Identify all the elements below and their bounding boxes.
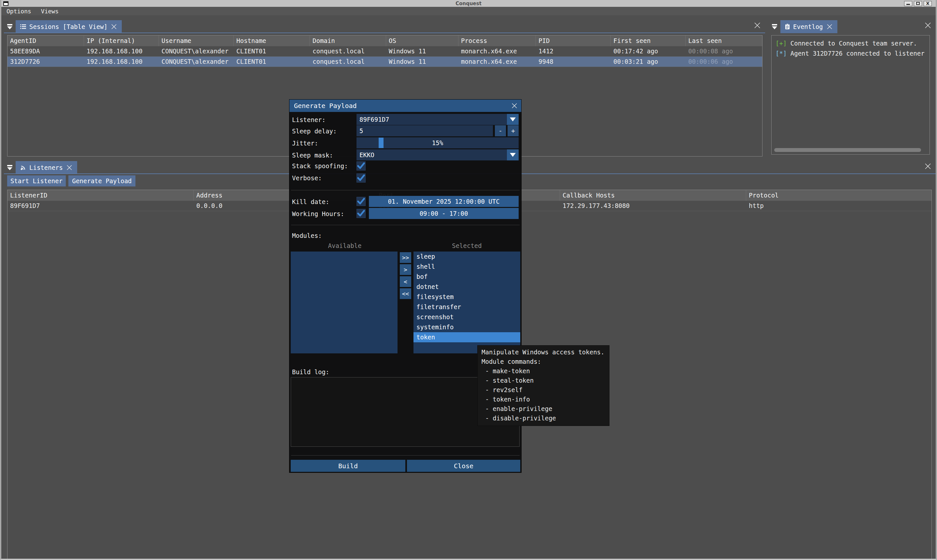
app-window: Conquest X Options Views Sessions [Table… bbox=[0, 0, 937, 560]
cell-pid: 1412 bbox=[536, 46, 611, 56]
module-item[interactable]: dotnet bbox=[413, 282, 520, 292]
module-item[interactable]: filetransfer bbox=[413, 302, 520, 312]
sleep-delay-label: Sleep delay: bbox=[292, 128, 337, 135]
signal-broadcast-icon bbox=[20, 165, 26, 171]
cell-listenerid: 89F691D7 bbox=[8, 201, 194, 211]
cell-process: monarch.x64.exe bbox=[458, 46, 536, 56]
jitter-slider-track[interactable]: 15% bbox=[356, 137, 519, 148]
module-item[interactable]: screenshot bbox=[413, 312, 520, 322]
module-item[interactable]: sleep bbox=[413, 252, 520, 262]
tab-listeners[interactable]: Listeners bbox=[15, 161, 77, 174]
sleep-delay-decrement-button[interactable]: - bbox=[495, 125, 506, 136]
available-header: Available bbox=[291, 242, 399, 249]
stack-spoofing-label: Stack spoofing: bbox=[292, 162, 348, 169]
kill-date-picker-button[interactable]: 01. November 2025 12:00:00 UTC bbox=[369, 196, 519, 207]
session-row-selected[interactable]: 312D7726 192.168.168.100 CONQUEST\alexan… bbox=[8, 57, 762, 67]
dropdown-arrow-button[interactable] bbox=[507, 149, 519, 160]
col-pid[interactable]: PID bbox=[536, 35, 611, 46]
cell-hostname: CLIENT01 bbox=[234, 57, 310, 67]
jitter-slider[interactable]: 15% bbox=[356, 137, 519, 148]
move-all-right-button[interactable]: >> bbox=[400, 252, 411, 263]
working-hours-picker-button[interactable]: 09:00 - 17:00 bbox=[369, 208, 519, 219]
col-first-seen[interactable]: First seen bbox=[611, 35, 686, 46]
verbose-checkbox[interactable] bbox=[356, 174, 365, 183]
move-all-left-button[interactable]: << bbox=[400, 288, 411, 299]
verbose-field bbox=[356, 174, 519, 185]
working-hours-checkbox[interactable] bbox=[356, 209, 365, 218]
info-marker: [*] bbox=[775, 50, 787, 57]
listener-dropdown[interactable]: 89F691D7 bbox=[356, 114, 519, 125]
module-item[interactable]: shell bbox=[413, 262, 520, 272]
col-callback-hosts[interactable]: Callback Hosts bbox=[560, 190, 746, 201]
checkmark-icon bbox=[357, 197, 365, 206]
col-last-seen[interactable]: Last seen bbox=[686, 35, 762, 46]
eventlog-tabbar: Eventlog bbox=[769, 19, 936, 33]
tab-sessions[interactable]: Sessions [Table View] bbox=[15, 20, 122, 33]
selected-modules-list[interactable]: sleep shell bof dotnet filesystem filetr… bbox=[413, 252, 520, 353]
menu-views[interactable]: Views bbox=[41, 8, 59, 15]
sessions-panel-close-button[interactable] bbox=[754, 22, 761, 31]
col-domain[interactable]: Domain bbox=[310, 35, 386, 46]
eventlog-entry: [+] Connected to Conquest team server. bbox=[775, 38, 926, 48]
cell-pid: 9948 bbox=[536, 57, 611, 67]
generate-payload-button[interactable]: Generate Payload bbox=[68, 175, 136, 186]
move-left-button[interactable]: < bbox=[400, 276, 411, 287]
os-titlebar: Conquest X bbox=[0, 0, 937, 7]
sleep-mask-dropdown-value: EKKO bbox=[356, 149, 507, 160]
collapse-chevron-icon bbox=[771, 24, 778, 29]
eventlog-collapse-button[interactable] bbox=[769, 20, 780, 33]
session-row[interactable]: 58EE89DA 192.168.168.100 CONQUEST\alexan… bbox=[8, 46, 762, 57]
tab-sessions-label: Sessions [Table View] bbox=[29, 23, 108, 30]
start-listener-button[interactable]: Start Listener bbox=[7, 175, 66, 186]
cell-agentid: 312D7726 bbox=[8, 57, 84, 67]
tab-eventlog[interactable]: Eventlog bbox=[780, 20, 837, 33]
tab-close-icon[interactable] bbox=[826, 23, 833, 30]
cell-protocol: http bbox=[746, 201, 931, 211]
tab-close-icon[interactable] bbox=[66, 164, 72, 171]
listeners-panel-close-button[interactable] bbox=[924, 162, 932, 171]
checkmark-icon bbox=[357, 209, 365, 218]
tab-close-icon[interactable] bbox=[111, 23, 117, 30]
stack-spoofing-field bbox=[356, 162, 519, 172]
dropdown-arrow-button[interactable] bbox=[507, 114, 519, 125]
col-agentid[interactable]: AgentID bbox=[8, 35, 84, 46]
sessions-collapse-button[interactable] bbox=[4, 20, 15, 33]
move-right-button[interactable]: > bbox=[400, 264, 411, 275]
module-item[interactable]: bof bbox=[413, 272, 520, 282]
available-modules-list[interactable] bbox=[291, 252, 398, 353]
checkmark-icon bbox=[357, 174, 365, 182]
tab-underline bbox=[4, 32, 765, 33]
col-hostname[interactable]: Hostname bbox=[234, 35, 310, 46]
working-hours-field: 09:00 - 17:00 bbox=[356, 208, 519, 219]
close-x-icon bbox=[924, 22, 932, 29]
eventlog-horizontal-scrollbar[interactable] bbox=[774, 148, 921, 152]
collapse-chevron-icon bbox=[6, 165, 13, 171]
col-process[interactable]: Process bbox=[458, 35, 536, 46]
eventlog-panel-close-button[interactable] bbox=[924, 22, 932, 31]
sleep-delay-increment-button[interactable]: + bbox=[507, 125, 519, 136]
module-item[interactable]: filesystem bbox=[413, 292, 520, 302]
menu-options[interactable]: Options bbox=[6, 8, 31, 15]
col-username[interactable]: Username bbox=[159, 35, 234, 46]
stack-spoofing-checkbox[interactable] bbox=[356, 162, 365, 171]
sleep-mask-dropdown[interactable]: EKKO bbox=[356, 149, 519, 160]
module-item-selected[interactable]: token bbox=[413, 332, 520, 342]
listeners-collapse-button[interactable] bbox=[4, 161, 15, 174]
cell-agentid: 58EE89DA bbox=[8, 46, 84, 56]
dialog-close-action-button[interactable]: Close bbox=[407, 460, 520, 472]
kill-date-label: Kill date: bbox=[292, 198, 329, 205]
col-protocol[interactable]: Protocol bbox=[746, 190, 931, 201]
sleep-mask-label: Sleep mask: bbox=[292, 152, 333, 159]
cell-first-seen: 00:03:21 ago bbox=[611, 57, 686, 67]
sleep-delay-input[interactable]: 5 bbox=[356, 125, 493, 136]
dialog-close-button[interactable] bbox=[511, 102, 518, 111]
tab-eventlog-label: Eventlog bbox=[793, 23, 823, 30]
kill-date-checkbox[interactable] bbox=[356, 197, 365, 206]
col-ip[interactable]: IP (Internal) bbox=[84, 35, 159, 46]
build-button[interactable]: Build bbox=[291, 460, 405, 472]
col-os[interactable]: OS bbox=[386, 35, 458, 46]
build-log-label: Build log: bbox=[292, 368, 329, 375]
module-item[interactable]: systeminfo bbox=[413, 322, 520, 332]
col-listenerid[interactable]: ListenerID bbox=[8, 190, 194, 201]
dialog-titlebar[interactable]: Generate Payload bbox=[290, 100, 521, 112]
